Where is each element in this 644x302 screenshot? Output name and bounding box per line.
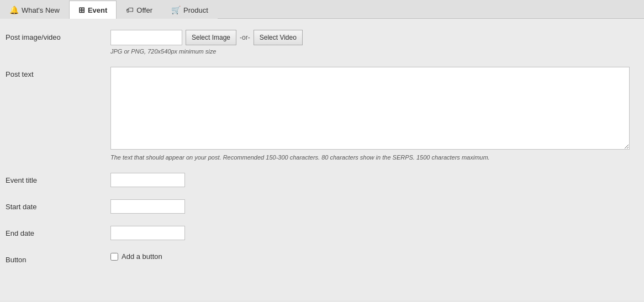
select-image-button[interactable]: Select Image [186, 30, 236, 45]
add-button-checkbox[interactable] [110, 253, 118, 261]
image-path-input[interactable] [110, 30, 182, 45]
form-content: Post image/video Select Image -or- Selec… [0, 19, 644, 300]
tab-whats-new-label: What's New [22, 6, 60, 14]
tab-product[interactable]: 🛒 Product [162, 1, 218, 19]
button-field: Add a button [110, 252, 633, 261]
end-date-row: End date [6, 226, 633, 240]
post-text-textarea[interactable] [110, 67, 630, 150]
event-title-row: Event title [6, 173, 633, 187]
event-title-input[interactable] [110, 173, 185, 187]
image-video-field: Select Image -or- Select Video JPG or PN… [110, 30, 633, 55]
start-date-input[interactable] [110, 199, 185, 214]
end-date-label: End date [6, 226, 110, 237]
tab-event[interactable]: ⊞ Event [69, 1, 117, 19]
start-date-row: Start date [6, 199, 633, 214]
button-row: Button Add a button [6, 252, 633, 264]
add-button-checkbox-label: Add a button [122, 252, 162, 261]
post-text-field: The text that should appear on your post… [110, 67, 633, 161]
button-label: Button [6, 252, 110, 264]
tab-product-label: Product [183, 6, 208, 14]
tab-bar: 🔔 What's New ⊞ Event 🏷 Offer 🛒 Product [0, 0, 644, 19]
or-text: -or- [240, 34, 250, 41]
whats-new-icon: 🔔 [9, 6, 19, 14]
select-video-button[interactable]: Select Video [254, 30, 303, 45]
image-hint: JPG or PNG, 720x540px minimum size [110, 48, 633, 55]
tab-offer[interactable]: 🏷 Offer [117, 1, 162, 19]
tab-offer-label: Offer [136, 6, 152, 14]
start-date-field [110, 199, 633, 214]
image-row-controls: Select Image -or- Select Video [110, 30, 633, 45]
post-text-hint: The text that should appear on your post… [110, 154, 633, 161]
image-video-row: Post image/video Select Image -or- Selec… [6, 30, 633, 55]
event-title-label: Event title [6, 173, 110, 184]
add-button-row: Add a button [110, 252, 633, 261]
end-date-input[interactable] [110, 226, 185, 240]
start-date-label: Start date [6, 199, 110, 211]
end-date-field [110, 226, 633, 240]
offer-icon: 🏷 [126, 6, 134, 14]
image-video-label: Post image/video [6, 30, 110, 41]
tab-whats-new[interactable]: 🔔 What's New [0, 1, 69, 19]
event-icon: ⊞ [78, 6, 85, 14]
tab-event-label: Event [88, 6, 107, 14]
product-icon: 🛒 [171, 6, 181, 14]
event-title-field [110, 173, 633, 187]
post-text-label: Post text [6, 67, 110, 78]
post-text-row: Post text The text that should appear on… [6, 67, 633, 161]
